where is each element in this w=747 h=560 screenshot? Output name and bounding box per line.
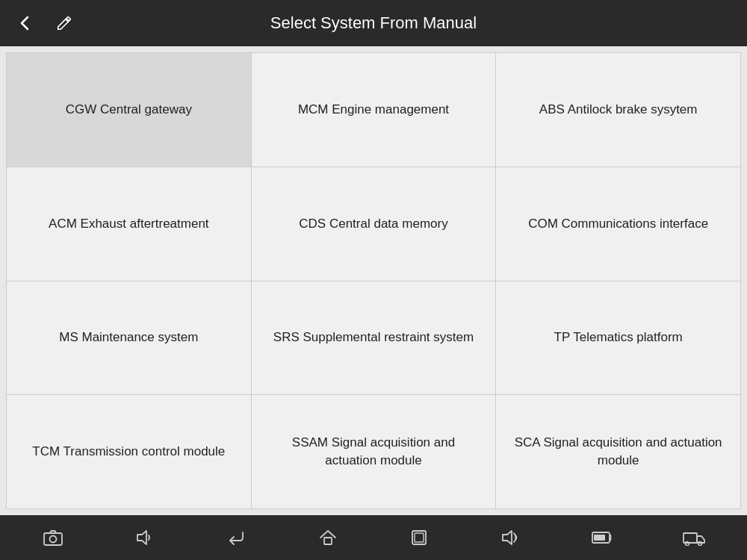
battery-icon[interactable]	[586, 521, 619, 554]
grid-cell-tcm[interactable]: TCM Transmission control module	[7, 395, 251, 508]
home-icon[interactable]	[311, 521, 344, 554]
svg-rect-9	[684, 533, 697, 543]
return-icon[interactable]	[220, 521, 252, 554]
grid-cell-cds[interactable]: CDS Central data memory	[252, 167, 496, 281]
truck-icon[interactable]	[678, 521, 710, 554]
svg-point-10	[685, 542, 689, 546]
grid-cell-mcm[interactable]: MCM Engine management	[252, 53, 496, 167]
grid-cell-ssam[interactable]: SSAM Signal acquisition and actuation mo…	[252, 395, 496, 508]
camera-icon[interactable]	[37, 521, 69, 554]
grid-cell-srs[interactable]: SRS Supplemental restraint system	[252, 281, 496, 395]
svg-marker-2	[137, 531, 146, 544]
recent-apps-icon[interactable]	[403, 521, 436, 554]
grid-cell-cgw[interactable]: CGW Central gateway	[7, 53, 251, 167]
grid-cell-com[interactable]: COM Communications interface	[496, 167, 740, 281]
edit-button[interactable]	[52, 11, 76, 35]
svg-rect-3	[324, 538, 332, 544]
svg-rect-8	[594, 535, 605, 541]
svg-marker-6	[503, 531, 512, 544]
page-title: Select System From Manual	[270, 13, 477, 33]
back-button[interactable]	[13, 11, 37, 35]
svg-point-11	[698, 542, 701, 546]
volume-down-icon[interactable]	[128, 521, 161, 554]
main-content: CGW Central gatewayMCM Engine management…	[0, 46, 747, 515]
svg-point-1	[50, 536, 57, 543]
grid-cell-acm[interactable]: ACM Exhaust aftertreatment	[7, 167, 251, 281]
grid-cell-sca[interactable]: SCA Signal acquisition and actuation mod…	[496, 395, 740, 508]
bottom-toolbar	[0, 515, 747, 560]
volume-up-icon[interactable]	[495, 521, 527, 554]
svg-rect-0	[44, 533, 62, 545]
svg-rect-5	[415, 533, 424, 542]
system-grid: CGW Central gatewayMCM Engine management…	[6, 52, 741, 509]
grid-cell-tp[interactable]: TP Telematics platform	[496, 281, 740, 395]
header-bar: Select System From Manual	[0, 0, 747, 46]
header-left-controls	[13, 11, 76, 35]
grid-cell-ms[interactable]: MS Maintenance system	[7, 281, 251, 395]
grid-cell-abs[interactable]: ABS Antilock brake sysytem	[496, 53, 740, 167]
